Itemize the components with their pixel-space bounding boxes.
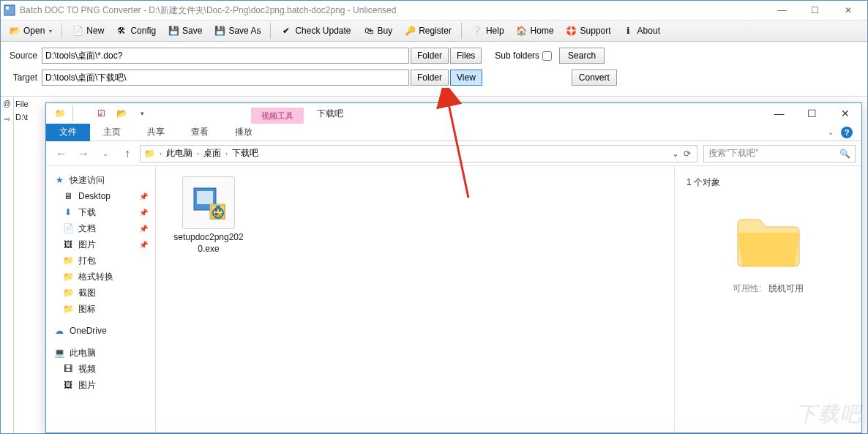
nav-onedrive[interactable]: ☁OneDrive bbox=[49, 323, 152, 339]
target-folder-button[interactable]: Folder bbox=[411, 70, 449, 86]
ribbon-home-tab[interactable]: 主页 bbox=[90, 124, 134, 141]
target-view-button[interactable]: View bbox=[450, 70, 482, 86]
close-button[interactable]: ✕ bbox=[831, 1, 864, 20]
breadcrumb-pc[interactable]: 此电脑 bbox=[166, 147, 192, 160]
refresh-icon[interactable]: ⟳ bbox=[684, 149, 691, 159]
svg-rect-3 bbox=[197, 191, 213, 204]
svg-rect-1 bbox=[6, 7, 9, 10]
ribbon-expand-icon[interactable]: ⌄ bbox=[828, 128, 834, 136]
new-button[interactable]: 📄New bbox=[67, 22, 109, 40]
nav-pane: ★快速访问 🖥Desktop📌 ⬇下载📌 📄文档📌 🖼图片📌 📁打包 📁格式转换… bbox=[46, 166, 156, 433]
search-icon: 🔍 bbox=[839, 149, 850, 159]
nav-downloads[interactable]: ⬇下载📌 bbox=[49, 204, 152, 220]
source-input[interactable] bbox=[42, 48, 409, 64]
app-icon bbox=[4, 4, 15, 16]
saveas-button[interactable]: 💾Save As bbox=[209, 22, 266, 40]
exp-close-button[interactable]: ✕ bbox=[828, 103, 861, 124]
target-input[interactable] bbox=[42, 70, 409, 86]
breadcrumb-folder[interactable]: 下载吧 bbox=[232, 147, 258, 160]
nav-icons[interactable]: 📁图标 bbox=[49, 301, 152, 317]
qat-properties-icon[interactable]: ☑ bbox=[93, 105, 109, 121]
nav-screenshot[interactable]: 📁截图 bbox=[49, 285, 152, 301]
breadcrumb-dropdown-icon[interactable]: ⌄ bbox=[672, 149, 679, 159]
home-button[interactable]: 🏠Home bbox=[511, 22, 559, 40]
save-button[interactable]: 💾Save bbox=[162, 22, 207, 40]
search-button[interactable]: Search bbox=[559, 48, 605, 64]
file-list-header: File D:\t bbox=[14, 97, 43, 433]
open-button[interactable]: 📂Open▾ bbox=[4, 22, 57, 40]
support-button[interactable]: 🛟Support bbox=[561, 22, 616, 40]
svg-rect-12 bbox=[219, 213, 221, 215]
ribbon-file-tab[interactable]: 文件 bbox=[46, 124, 90, 141]
ribbon-view-tab[interactable]: 查看 bbox=[178, 124, 222, 141]
minimize-button[interactable]: — bbox=[766, 1, 798, 20]
file-item[interactable]: setupdoc2png2020.exe bbox=[172, 176, 245, 255]
installer-icon bbox=[182, 176, 235, 229]
main-titlebar: Batch DOC TO PNG Converter - D:\新建文件夹\Do… bbox=[1, 1, 867, 20]
object-count: 1 个对象 bbox=[684, 176, 853, 189]
main-toolbar: 📂Open▾ 📄New 🛠Config 💾Save 💾Save As ✔Chec… bbox=[1, 20, 867, 42]
breadcrumb-desktop[interactable]: 桌面 bbox=[203, 147, 221, 160]
nav-pictures2[interactable]: 🖼图片 bbox=[49, 377, 152, 393]
about-button[interactable]: ℹAbout bbox=[618, 22, 665, 40]
search-placeholder: 搜索"下载吧" bbox=[708, 147, 759, 160]
folder-large-icon bbox=[733, 212, 804, 269]
contextual-tab-label: 视频工具 bbox=[251, 108, 304, 124]
source-files-button[interactable]: Files bbox=[450, 48, 482, 64]
convert-button[interactable]: Convert bbox=[572, 70, 617, 86]
svg-rect-11 bbox=[215, 213, 217, 215]
details-pane: 1 个对象 可用性: 脱机可用 bbox=[674, 166, 861, 433]
file-name: setupdoc2png2020.exe bbox=[172, 232, 245, 255]
check-update-button[interactable]: ✔Check Update bbox=[275, 22, 356, 40]
exp-minimize-button[interactable]: — bbox=[763, 103, 796, 124]
target-label: Target bbox=[8, 72, 37, 83]
nav-recent-dropdown[interactable]: ⌄ bbox=[96, 144, 115, 163]
buy-button[interactable]: 🛍Buy bbox=[358, 22, 398, 40]
help-button[interactable]: ❔Help bbox=[466, 22, 509, 40]
nav-back-button[interactable]: ← bbox=[52, 144, 71, 163]
register-button[interactable]: 🔑Register bbox=[399, 22, 457, 40]
search-input[interactable]: 搜索"下载吧" 🔍 bbox=[703, 145, 856, 162]
qat-open-icon[interactable]: 📂 bbox=[113, 105, 130, 121]
breadcrumb[interactable]: 📁 › 此电脑 › 桌面 › 下载吧 ⌄ ⟳ bbox=[140, 145, 697, 162]
nav-desktop[interactable]: 🖥Desktop📌 bbox=[49, 188, 152, 204]
config-button[interactable]: 🛠Config bbox=[111, 22, 161, 40]
nav-video[interactable]: 🎞视频 bbox=[49, 361, 152, 377]
svg-rect-9 bbox=[215, 209, 217, 212]
subfolders-checkbox[interactable]: Sub folders bbox=[495, 50, 552, 61]
qat-dropdown-icon[interactable]: ▾ bbox=[134, 105, 150, 121]
nav-forward-button[interactable]: → bbox=[74, 144, 93, 163]
svg-rect-10 bbox=[219, 209, 221, 212]
explorer-title: 下载吧 bbox=[317, 108, 343, 120]
source-folder-button[interactable]: Folder bbox=[411, 48, 449, 64]
availability-label: 可用性: bbox=[733, 283, 761, 293]
nav-format[interactable]: 📁格式转换 bbox=[49, 269, 152, 285]
source-label: Source bbox=[8, 50, 37, 61]
left-strip: @ ⇨ bbox=[1, 97, 14, 433]
nav-quick-access[interactable]: ★快速访问 bbox=[49, 172, 152, 188]
maximize-button[interactable]: ☐ bbox=[798, 1, 831, 20]
qat-folder-icon[interactable]: 📁 bbox=[52, 105, 68, 121]
nav-pack[interactable]: 📁打包 bbox=[49, 252, 152, 269]
availability-value: 脱机可用 bbox=[768, 283, 804, 293]
exp-maximize-button[interactable]: ☐ bbox=[796, 103, 828, 124]
explorer-window: 📁 ☑ 📂 ▾ 视频工具 下载吧 — ☐ ✕ 文件 主页 共享 查看 播放 ⌄ … bbox=[45, 102, 862, 433]
nav-thispc[interactable]: 💻此电脑 bbox=[49, 345, 152, 361]
ribbon-share-tab[interactable]: 共享 bbox=[134, 124, 178, 141]
ribbon-play-tab[interactable]: 播放 bbox=[222, 124, 266, 141]
folder-icon: 📁 bbox=[143, 148, 155, 160]
nav-documents[interactable]: 📄文档📌 bbox=[49, 220, 152, 236]
nav-up-button[interactable]: ↑ bbox=[118, 144, 137, 163]
window-title: Batch DOC TO PNG Converter - D:\新建文件夹\Do… bbox=[20, 4, 396, 17]
files-area[interactable]: setupdoc2png2020.exe bbox=[156, 166, 674, 433]
nav-pictures[interactable]: 🖼图片📌 bbox=[49, 236, 152, 252]
help-icon[interactable]: ? bbox=[841, 127, 853, 138]
